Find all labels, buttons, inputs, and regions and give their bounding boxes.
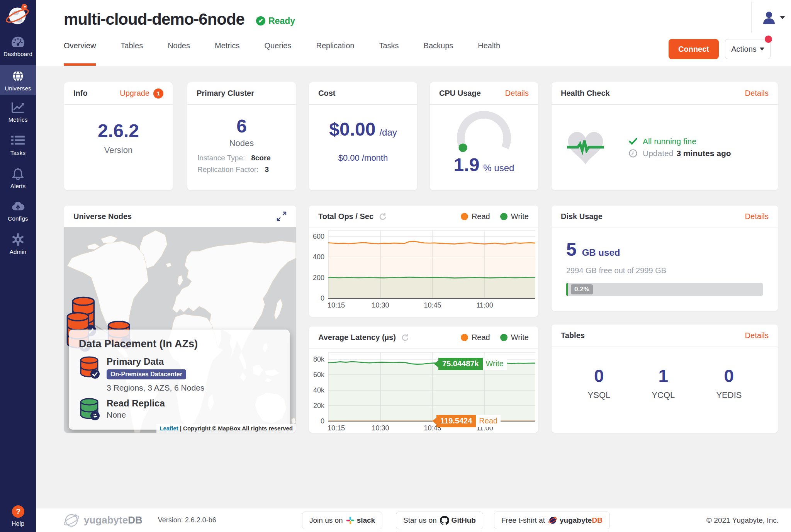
cost-per-month: $0.00 /month bbox=[338, 153, 388, 163]
slack-icon bbox=[346, 516, 355, 525]
avg-latency-card: Average Latency (µs) Read Write 020k40k6… bbox=[309, 326, 538, 433]
read-latency-tag: 119.5424 Read bbox=[436, 415, 501, 428]
cost-card: Cost $0.00/day $0.00 /month bbox=[309, 82, 417, 190]
svg-text:10:30: 10:30 bbox=[372, 424, 389, 432]
tab-overview[interactable]: Overview bbox=[64, 41, 96, 66]
tab-backups[interactable]: Backups bbox=[424, 41, 453, 66]
yugabyte-admin-console: Dashboard Universes Metrics Tasks bbox=[0, 0, 791, 532]
write-legend-dot bbox=[500, 213, 508, 220]
instance-type-row: Instance Type:8core bbox=[187, 154, 296, 162]
health-details-link[interactable]: Details bbox=[745, 89, 769, 98]
tasks-icon bbox=[11, 134, 25, 147]
upgrade-link[interactable]: Upgrade 1 bbox=[120, 88, 163, 99]
svg-text:0: 0 bbox=[321, 417, 324, 425]
health-updated-row: Updated 3 minutes ago bbox=[629, 149, 731, 158]
page-title: multi-cloud-demo-6node bbox=[64, 10, 244, 29]
tables-card: Tables Details 0YSQL 1YCQL 0YEDIS bbox=[552, 325, 778, 433]
header-divider bbox=[751, 2, 752, 33]
status-badge: ✔ Ready bbox=[256, 16, 295, 26]
heartbeat-icon bbox=[567, 130, 604, 165]
svg-text:10:15: 10:15 bbox=[328, 424, 345, 432]
chevron-down-icon bbox=[780, 16, 785, 19]
universe-nodes-card: Universe Nodes bbox=[64, 206, 296, 433]
disk-used-value: 5 bbox=[566, 239, 577, 260]
version-value: 2.6.2 bbox=[98, 120, 139, 141]
svg-text:400: 400 bbox=[313, 253, 324, 261]
sidebar-item-admin[interactable]: Admin bbox=[0, 233, 36, 255]
data-placement-overlay: Data Placement (In AZs) bbox=[69, 330, 290, 430]
check-circle-icon: ✔ bbox=[256, 16, 265, 25]
footer-version: Version: 2.6.2.0-b6 bbox=[158, 516, 216, 524]
svg-text:40k: 40k bbox=[313, 386, 325, 394]
cpu-details-link[interactable]: Details bbox=[505, 89, 529, 98]
chart-legend: Read Write bbox=[451, 333, 529, 342]
replication-factor-row: Replication Factor:3 bbox=[187, 165, 296, 174]
nodes-count: 6 bbox=[236, 116, 247, 137]
svg-text:600: 600 bbox=[313, 233, 324, 240]
metrics-icon bbox=[11, 101, 25, 114]
upgrade-count-badge: 1 bbox=[153, 88, 163, 99]
disk-usage-percent: 0.2% bbox=[571, 284, 593, 294]
world-map[interactable]: Data Placement (In AZs) bbox=[64, 227, 296, 433]
write-legend-dot bbox=[500, 334, 508, 341]
cpu-percent: 1.9 bbox=[454, 154, 480, 175]
svg-text:200: 200 bbox=[313, 274, 324, 282]
tab-health[interactable]: Health bbox=[478, 41, 500, 66]
tab-replication[interactable]: Replication bbox=[316, 41, 354, 66]
actions-button[interactable]: Actions bbox=[725, 39, 771, 59]
cpu-gauge bbox=[449, 108, 519, 156]
footer-copyright: © 2021 Yugabyte, Inc. bbox=[706, 508, 779, 532]
health-status-row: All running fine bbox=[629, 137, 731, 146]
check-icon bbox=[629, 138, 637, 145]
map-attribution: Leaflet | Copyright © MapBox All rights … bbox=[156, 424, 296, 433]
slack-button[interactable]: Join us on slack bbox=[302, 512, 382, 529]
ysql-stat: 0YSQL bbox=[588, 365, 611, 400]
leaflet-link[interactable]: Leaflet bbox=[160, 425, 178, 432]
tab-tasks[interactable]: Tasks bbox=[379, 41, 399, 66]
total-ops-card: Total Ops / Sec Read Write 020040060010:… bbox=[309, 206, 538, 317]
connect-button[interactable]: Connect bbox=[669, 39, 719, 59]
sidebar-item-alerts[interactable]: Alerts bbox=[0, 168, 36, 189]
dashboard-icon bbox=[11, 36, 25, 48]
sidebar-item-tasks[interactable]: Tasks bbox=[0, 134, 36, 156]
help-icon: ? bbox=[12, 505, 25, 518]
read-replica-icon bbox=[79, 398, 101, 422]
footer-brand: yugabyteDB bbox=[84, 514, 143, 526]
tab-queries[interactable]: Queries bbox=[264, 41, 291, 66]
disk-details-link[interactable]: Details bbox=[745, 212, 769, 221]
svg-text:10:45: 10:45 bbox=[424, 301, 441, 309]
user-menu[interactable] bbox=[762, 10, 785, 25]
main-area: multi-cloud-demo-6node ✔ Ready Overview … bbox=[36, 0, 791, 532]
sidebar-item-metrics[interactable]: Metrics bbox=[0, 101, 36, 123]
universes-icon bbox=[11, 70, 25, 82]
tables-details-link[interactable]: Details bbox=[745, 331, 769, 340]
tab-nodes[interactable]: Nodes bbox=[168, 41, 190, 66]
yugabyte-footer-logo bbox=[63, 512, 80, 529]
sidebar-item-dashboard[interactable]: Dashboard bbox=[0, 36, 36, 57]
svg-text:0: 0 bbox=[321, 294, 324, 302]
disk-usage-fill bbox=[566, 283, 568, 296]
tab-metrics[interactable]: Metrics bbox=[215, 41, 239, 66]
yugabyte-logo-icon[interactable] bbox=[5, 2, 31, 29]
sidebar: Dashboard Universes Metrics Tasks bbox=[0, 0, 36, 532]
on-premises-badge: On-Premises Datacenter bbox=[107, 369, 186, 379]
admin-icon bbox=[11, 233, 25, 246]
sidebar-item-universes[interactable]: Universes bbox=[0, 65, 36, 95]
sidebar-item-help[interactable]: ? Help bbox=[0, 505, 36, 527]
read-legend-dot bbox=[461, 213, 468, 220]
expand-icon[interactable] bbox=[277, 211, 287, 221]
cost-per-day: $0.00 bbox=[329, 119, 375, 140]
refresh-icon[interactable] bbox=[401, 333, 410, 342]
disk-free-text: 2994 GB free out of 2999 GB bbox=[566, 266, 763, 275]
tab-bar: Overview Tables Nodes Metrics Queries Re… bbox=[64, 41, 525, 66]
github-icon bbox=[440, 516, 449, 525]
clock-icon bbox=[629, 149, 637, 158]
github-button[interactable]: Star us on GitHub bbox=[396, 512, 483, 529]
refresh-icon[interactable] bbox=[378, 212, 387, 221]
notification-dot bbox=[765, 36, 772, 43]
sidebar-item-configs[interactable]: Configs bbox=[0, 200, 36, 222]
tshirt-button[interactable]: Free t-shirt at yugabyteDB bbox=[494, 512, 610, 529]
avatar-icon bbox=[762, 10, 776, 25]
svg-text:10:15: 10:15 bbox=[328, 301, 345, 309]
tab-tables[interactable]: Tables bbox=[121, 41, 143, 66]
